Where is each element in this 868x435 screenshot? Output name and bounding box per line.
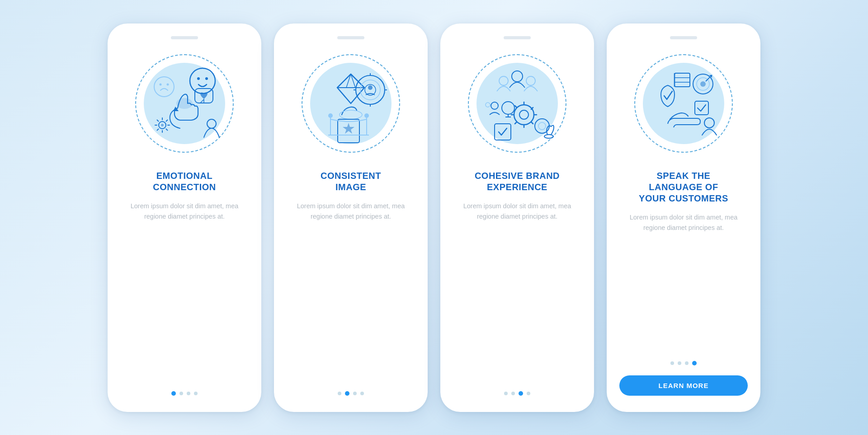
- svg-rect-47: [675, 73, 690, 87]
- card-title: CONSISTENTIMAGE: [321, 170, 381, 193]
- card-body: Lorem ipsum dolor sit dim amet, mea regi…: [453, 201, 581, 222]
- svg-point-35: [526, 76, 535, 85]
- pagination-dots: [504, 391, 530, 396]
- dot-2[interactable]: [511, 392, 515, 395]
- dot-3[interactable]: [187, 392, 190, 395]
- dot-2[interactable]: [345, 391, 349, 396]
- icon-consistent-image: [303, 56, 398, 151]
- svg-marker-8: [200, 99, 204, 103]
- dot-3[interactable]: [519, 391, 523, 396]
- svg-point-3: [154, 77, 174, 97]
- dot-1[interactable]: [670, 361, 674, 365]
- svg-point-12: [207, 119, 216, 128]
- svg-point-36: [491, 102, 498, 109]
- card-body: Lorem ipsum dolor sit dim amet, mea regi…: [619, 212, 748, 233]
- svg-point-45: [538, 122, 546, 130]
- phone-notch: [337, 36, 364, 39]
- dot-1[interactable]: [338, 392, 341, 395]
- phone-card-cohesive-brand: COHESIVE BRANDEXPERIENCE Lorem ipsum dol…: [440, 23, 594, 412]
- icon-emotional-connection: [137, 56, 232, 151]
- svg-point-44: [535, 119, 549, 133]
- dot-4[interactable]: [692, 361, 697, 365]
- phone-card-consistent-image: CONSISTENTIMAGE Lorem ipsum dolor sit di…: [274, 23, 428, 412]
- pagination-dots: [338, 391, 364, 396]
- svg-rect-43: [495, 124, 511, 140]
- svg-point-34: [499, 76, 508, 85]
- card-body: Lorem ipsum dolor sit dim amet, mea regi…: [287, 201, 415, 222]
- svg-point-33: [512, 71, 523, 82]
- svg-rect-56: [695, 101, 708, 115]
- illustration-consistent-image: [297, 49, 405, 158]
- dot-4[interactable]: [194, 392, 198, 395]
- pagination-dots: [171, 391, 198, 396]
- svg-point-46: [544, 135, 553, 138]
- illustration-emotional-connection: [130, 49, 239, 158]
- pagination-dots: [670, 361, 697, 365]
- illustration-cohesive-brand: [463, 49, 571, 158]
- svg-marker-27: [343, 123, 354, 134]
- svg-point-31: [364, 113, 369, 118]
- icon-speak-language: [636, 56, 731, 151]
- phone-card-speak-language: SPEAK THELANGUAGE OFYOUR CUSTOMERS Lorem…: [607, 23, 760, 412]
- svg-point-37: [486, 103, 490, 107]
- card-body: Lorem ipsum dolor sit dim amet, mea regi…: [120, 201, 249, 222]
- svg-point-2: [205, 77, 208, 80]
- svg-point-57: [704, 118, 714, 128]
- svg-point-53: [700, 81, 706, 87]
- phones-container: EMOTIONALCONNECTION Lorem ipsum dolor si…: [108, 23, 760, 412]
- phone-notch: [171, 36, 198, 39]
- dot-2[interactable]: [179, 392, 183, 395]
- dot-4[interactable]: [360, 392, 364, 395]
- dot-1[interactable]: [171, 391, 176, 396]
- svg-point-42: [519, 110, 528, 119]
- svg-point-1: [197, 77, 200, 80]
- dot-3[interactable]: [353, 392, 357, 395]
- illustration-speak-language: [629, 49, 738, 158]
- svg-point-24: [368, 85, 373, 90]
- svg-point-38: [502, 102, 514, 114]
- svg-point-4: [160, 83, 162, 85]
- phone-notch: [670, 36, 697, 39]
- svg-point-25: [340, 110, 362, 119]
- dot-1[interactable]: [504, 392, 508, 395]
- svg-point-29: [328, 113, 333, 118]
- phone-card-emotional-connection: EMOTIONALCONNECTION Lorem ipsum dolor si…: [108, 23, 261, 412]
- card-title: EMOTIONALCONNECTION: [153, 170, 216, 193]
- svg-point-10: [161, 124, 164, 126]
- dot-4[interactable]: [527, 392, 530, 395]
- card-title: SPEAK THELANGUAGE OFYOUR CUSTOMERS: [639, 170, 728, 204]
- dot-3[interactable]: [685, 361, 689, 365]
- svg-point-5: [167, 83, 169, 85]
- dot-2[interactable]: [678, 361, 681, 365]
- phone-notch: [504, 36, 531, 39]
- card-title: COHESIVE BRANDEXPERIENCE: [475, 170, 560, 193]
- learn-more-button[interactable]: LEARN MORE: [619, 375, 748, 396]
- icon-cohesive-brand: [470, 56, 565, 151]
